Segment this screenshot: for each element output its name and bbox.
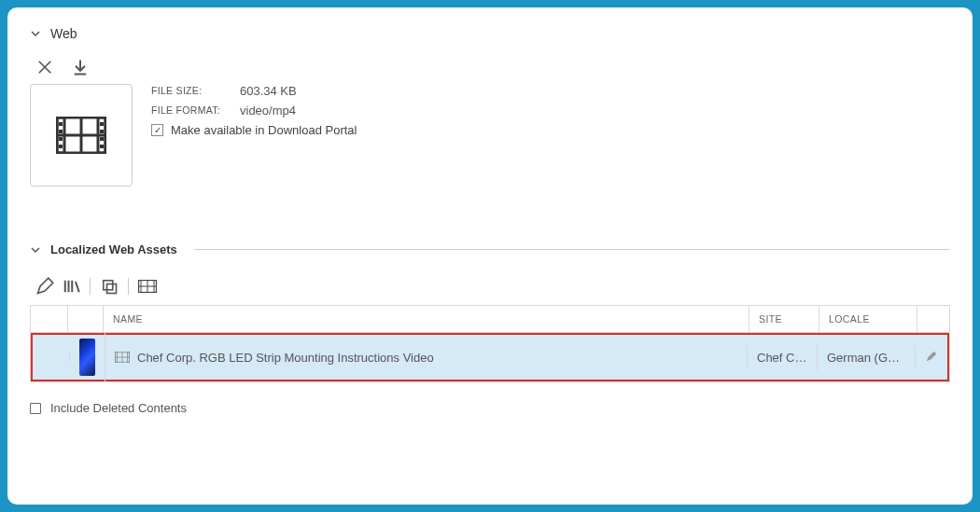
svg-rect-7 [59, 137, 63, 141]
web-actions [30, 58, 950, 76]
chevron-down-icon[interactable] [30, 28, 41, 39]
svg-rect-11 [100, 137, 104, 141]
row-thumbnail [70, 333, 105, 381]
svg-rect-6 [59, 130, 63, 133]
col-site-header[interactable]: SITE [749, 306, 819, 332]
table-header: NAME SITE LOCALE [31, 306, 949, 333]
film-icon [115, 352, 130, 363]
video-thumb-icon [79, 339, 95, 376]
svg-rect-14 [107, 284, 117, 294]
localized-assets-table: NAME SITE LOCALE Chef Corp. RGB LED Stri… [30, 305, 950, 382]
col-actions [917, 306, 949, 332]
section-title-localized: Localized Web Assets [50, 242, 177, 256]
section-title-web: Web [50, 26, 77, 41]
row-edit-button[interactable] [916, 344, 947, 371]
checkbox-unchecked-icon [30, 403, 41, 414]
localized-toolbar [30, 273, 950, 299]
row-name: Chef Corp. RGB LED Strip Mounting Instru… [105, 345, 748, 370]
divider [194, 249, 950, 250]
pencil-icon [925, 350, 938, 363]
close-icon[interactable] [35, 58, 54, 76]
include-deleted-checkbox[interactable]: Include Deleted Contents [30, 401, 950, 415]
separator [128, 278, 129, 295]
asset-thumbnail[interactable] [30, 84, 133, 187]
download-icon[interactable] [71, 58, 90, 76]
col-handle [31, 306, 68, 332]
col-thumb [68, 306, 104, 332]
file-size-value: 603.34 KB [240, 84, 297, 98]
svg-rect-10 [100, 130, 104, 133]
asset-details: FILE SIZE: 603.34 KB FILE FORMAT: video/… [30, 84, 950, 187]
section-header-localized: Localized Web Assets [30, 242, 950, 256]
row-site: Chef Corp. [748, 345, 818, 370]
file-format-label: FILE FORMAT: [151, 104, 240, 118]
library-icon[interactable] [62, 277, 80, 296]
col-locale-header[interactable]: LOCALE [819, 306, 917, 332]
row-name-text: Chef Corp. RGB LED Strip Mounting Instru… [137, 351, 434, 365]
checkbox-checked-icon: ✓ [151, 124, 163, 136]
separator [90, 278, 91, 295]
svg-rect-5 [59, 122, 63, 126]
panel: Web FILE SIZE: 603.34 KB [7, 7, 973, 505]
table-row[interactable]: Chef Corp. RGB LED Strip Mounting Instru… [33, 335, 947, 380]
include-deleted-label: Include Deleted Contents [50, 401, 187, 415]
file-size-label: FILE SIZE: [151, 84, 240, 98]
copy-icon[interactable] [100, 277, 119, 296]
edit-icon[interactable] [35, 277, 54, 296]
highlighted-row-frame: Chef Corp. RGB LED Strip Mounting Instru… [31, 333, 949, 381]
chevron-down-icon[interactable] [30, 244, 41, 256]
row-handle[interactable] [33, 352, 70, 363]
svg-rect-12 [100, 145, 104, 148]
section-header-web: Web [30, 26, 950, 41]
row-locale: German (Germ… [818, 345, 916, 370]
download-portal-label: Make available in Download Portal [171, 123, 357, 137]
asset-meta: FILE SIZE: 603.34 KB FILE FORMAT: video/… [151, 84, 357, 137]
download-portal-checkbox[interactable]: ✓ Make available in Download Portal [151, 123, 357, 137]
file-format-value: video/mp4 [240, 104, 296, 118]
svg-rect-8 [59, 145, 63, 148]
col-name-header[interactable]: NAME [104, 306, 749, 332]
svg-rect-13 [104, 281, 113, 290]
film-icon [56, 117, 106, 154]
svg-rect-9 [100, 122, 104, 126]
video-icon[interactable] [138, 277, 157, 296]
